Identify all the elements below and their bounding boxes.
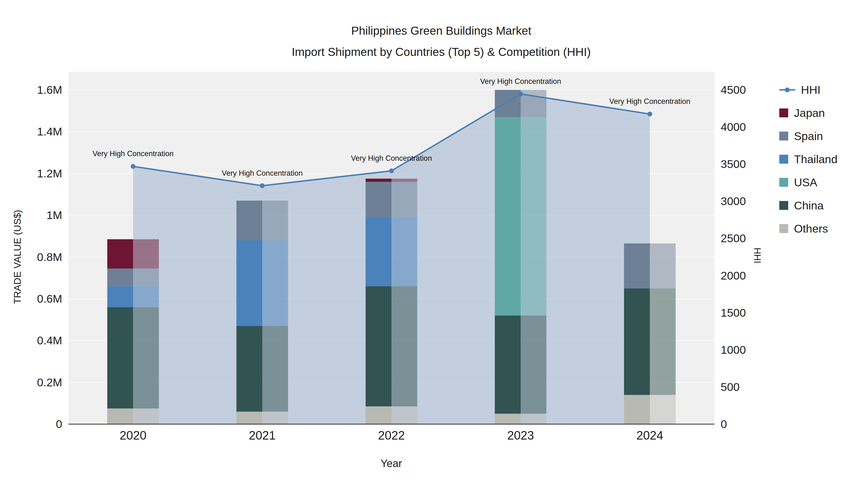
- bar-segment-solid-others: [366, 406, 392, 424]
- legend-swatch-icon: [779, 108, 788, 117]
- y-left-tick-label: 0.8M: [37, 251, 62, 263]
- x-tick-label: 2021: [249, 429, 276, 442]
- y-axis-right-title: HHI: [752, 248, 763, 263]
- bar-segment-solid-spain: [366, 182, 392, 217]
- hhi-marker: [389, 168, 394, 173]
- legend-item-china[interactable]: China: [779, 199, 837, 212]
- legend-swatch-icon: [779, 132, 788, 140]
- y-right-tick-label: 500: [721, 381, 740, 393]
- x-tick-label: 2023: [507, 429, 534, 442]
- hhi-marker: [131, 164, 135, 169]
- hhi-marker: [260, 184, 265, 188]
- y-left-tick-label: 1.4M: [37, 125, 62, 138]
- annotation-label: Very High Concentration: [93, 150, 174, 158]
- y-right-tick-label: 2000: [721, 269, 746, 282]
- annotation-label: Very High Concentration: [351, 154, 432, 162]
- legend-label: USA: [794, 176, 817, 189]
- bar-segment-solid-japan: [366, 178, 392, 182]
- y-right-tick-label: 4500: [721, 84, 746, 96]
- legend-line-icon: [779, 85, 795, 94]
- x-tick-label: 2020: [120, 429, 146, 442]
- legend-swatch-icon: [779, 201, 788, 210]
- legend-item-japan[interactable]: Japan: [779, 106, 837, 120]
- x-axis-title: Year: [0, 457, 783, 469]
- figure: Philippines Green Buildings Market Impor…: [0, 0, 868, 488]
- bar-segment-solid-china: [366, 286, 392, 406]
- y-right-tick-label: 4000: [721, 121, 746, 133]
- annotation-label: Very High Concentration: [222, 169, 303, 177]
- legend-swatch-icon: [779, 155, 788, 164]
- y-right-tick-label: 1000: [721, 344, 746, 356]
- bar-segment-solid-thailand: [107, 286, 133, 307]
- legend: HHIJapanSpainThailandUSAChinaOthers: [779, 83, 837, 235]
- bar-segment-solid-others: [237, 412, 262, 424]
- bar-segment-solid-spain: [237, 200, 262, 240]
- hhi-marker: [518, 92, 523, 96]
- bar-segment-solid-others: [495, 414, 521, 424]
- y-right-tick-label: 0: [721, 418, 727, 430]
- bar-segment-solid-china: [495, 316, 521, 414]
- y-axis-left-title: TRADE VALUE (US$): [12, 210, 23, 304]
- legend-label: HHI: [801, 83, 820, 96]
- x-tick-label: 2024: [636, 429, 663, 442]
- bar-segment-solid-china: [107, 307, 133, 409]
- bar-segment-solid-others: [624, 395, 650, 424]
- legend-item-hhi[interactable]: HHI: [779, 83, 837, 96]
- bar-segment-solid-thailand: [366, 217, 392, 286]
- y-left-tick-label: 0.6M: [37, 292, 62, 305]
- legend-swatch-icon: [779, 224, 788, 233]
- legend-item-usa[interactable]: USA: [779, 175, 837, 189]
- legend-label: Others: [794, 222, 828, 235]
- annotation-label: Very High Concentration: [609, 97, 690, 105]
- legend-item-thailand[interactable]: Thailand: [779, 152, 837, 166]
- bar-segment-solid-usa: [495, 117, 521, 316]
- bar-segment-solid-others: [107, 409, 133, 424]
- y-right-tick-label: 1500: [721, 306, 746, 319]
- legend-item-others[interactable]: Others: [779, 222, 837, 235]
- legend-label: China: [794, 199, 824, 212]
- bar-segment-solid-china: [237, 326, 262, 412]
- legend-label: Spain: [794, 129, 823, 143]
- y-left-tick-label: 1M: [46, 209, 62, 222]
- y-left-tick-label: 1.6M: [37, 84, 62, 96]
- bar-segment-solid-china: [624, 289, 650, 395]
- bar-segment-solid-spain: [107, 268, 133, 286]
- y-left-tick-label: 0.2M: [37, 376, 62, 389]
- legend-label: Thailand: [794, 153, 837, 166]
- hhi-marker: [647, 111, 652, 117]
- y-right-tick-label: 3500: [721, 158, 746, 170]
- chart-canvas: Very High ConcentrationVery High Concent…: [0, 0, 868, 488]
- legend-label: Japan: [794, 106, 825, 120]
- bar-segment-solid-spain: [624, 243, 650, 288]
- annotation-label: Very High Concentration: [480, 77, 561, 86]
- y-right-tick-label: 2500: [721, 232, 746, 245]
- y-left-tick-label: 0.4M: [37, 334, 62, 347]
- y-left-tick-label: 1.2M: [37, 167, 62, 180]
- legend-swatch-icon: [779, 178, 788, 187]
- legend-item-spain[interactable]: Spain: [779, 129, 837, 143]
- bar-segment-solid-japan: [107, 239, 133, 268]
- x-tick-label: 2022: [378, 429, 405, 442]
- y-right-tick-label: 3000: [721, 195, 746, 207]
- bar-segment-solid-spain: [495, 90, 521, 117]
- y-left-tick-label: 0: [56, 418, 62, 430]
- bar-segment-solid-thailand: [237, 240, 262, 326]
